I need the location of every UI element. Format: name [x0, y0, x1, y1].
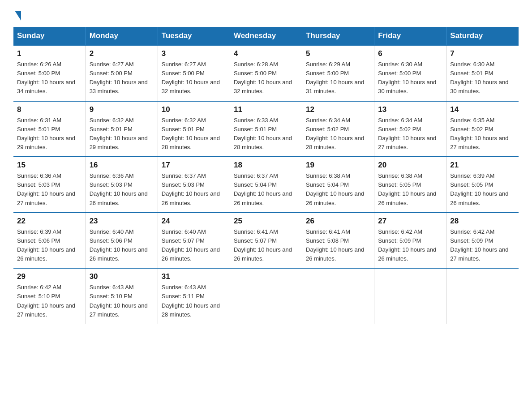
day-number: 20	[378, 161, 442, 170]
day-number: 6	[378, 49, 442, 58]
day-info: Sunrise: 6:34 AM Sunset: 5:02 PM Dayligh…	[378, 116, 442, 152]
calendar-header-wednesday: Wednesday	[230, 27, 302, 45]
calendar-cell: 5 Sunrise: 6:29 AM Sunset: 5:00 PM Dayli…	[302, 45, 374, 101]
calendar-cell: 2 Sunrise: 6:27 AM Sunset: 5:00 PM Dayli…	[86, 45, 158, 101]
day-number: 5	[306, 49, 370, 58]
day-number: 19	[306, 161, 370, 170]
day-number: 26	[306, 217, 370, 226]
calendar-week-row: 29 Sunrise: 6:42 AM Sunset: 5:10 PM Dayl…	[13, 268, 519, 324]
page-header	[13, 9, 519, 19]
calendar-week-row: 15 Sunrise: 6:36 AM Sunset: 5:03 PM Dayl…	[13, 157, 519, 213]
day-info: Sunrise: 6:42 AM Sunset: 5:09 PM Dayligh…	[378, 227, 442, 264]
day-info: Sunrise: 6:42 AM Sunset: 5:09 PM Dayligh…	[450, 227, 515, 264]
day-info: Sunrise: 6:27 AM Sunset: 5:00 PM Dayligh…	[90, 60, 154, 96]
calendar-cell: 12 Sunrise: 6:34 AM Sunset: 5:02 PM Dayl…	[302, 101, 374, 157]
calendar-cell: 1 Sunrise: 6:26 AM Sunset: 5:00 PM Dayli…	[13, 45, 86, 101]
day-info: Sunrise: 6:37 AM Sunset: 5:03 PM Dayligh…	[162, 171, 226, 208]
calendar-cell: 19 Sunrise: 6:38 AM Sunset: 5:04 PM Dayl…	[302, 157, 374, 213]
day-info: Sunrise: 6:32 AM Sunset: 5:01 PM Dayligh…	[162, 116, 226, 152]
day-info: Sunrise: 6:38 AM Sunset: 5:04 PM Dayligh…	[306, 171, 370, 208]
day-number: 13	[378, 105, 442, 114]
day-info: Sunrise: 6:39 AM Sunset: 5:05 PM Dayligh…	[450, 171, 515, 208]
day-number: 4	[234, 49, 298, 58]
calendar-header-friday: Friday	[374, 27, 446, 45]
calendar-cell: 13 Sunrise: 6:34 AM Sunset: 5:02 PM Dayl…	[374, 101, 446, 157]
day-number: 29	[17, 272, 82, 281]
day-number: 16	[90, 161, 154, 170]
day-number: 14	[450, 105, 515, 114]
day-info: Sunrise: 6:32 AM Sunset: 5:01 PM Dayligh…	[90, 116, 154, 152]
calendar-cell: 29 Sunrise: 6:42 AM Sunset: 5:10 PM Dayl…	[13, 268, 86, 324]
calendar-cell: 9 Sunrise: 6:32 AM Sunset: 5:01 PM Dayli…	[86, 101, 158, 157]
calendar-cell: 27 Sunrise: 6:42 AM Sunset: 5:09 PM Dayl…	[374, 213, 446, 269]
day-number: 22	[17, 217, 82, 226]
day-number: 9	[90, 105, 154, 114]
day-info: Sunrise: 6:31 AM Sunset: 5:01 PM Dayligh…	[17, 116, 82, 152]
calendar-cell: 22 Sunrise: 6:39 AM Sunset: 5:06 PM Dayl…	[13, 213, 86, 269]
calendar-cell: 24 Sunrise: 6:40 AM Sunset: 5:07 PM Dayl…	[158, 213, 230, 269]
calendar-cell	[446, 268, 519, 324]
calendar-header-monday: Monday	[86, 27, 158, 45]
day-info: Sunrise: 6:39 AM Sunset: 5:06 PM Dayligh…	[17, 227, 82, 264]
calendar-header-sunday: Sunday	[13, 27, 86, 45]
calendar-week-row: 22 Sunrise: 6:39 AM Sunset: 5:06 PM Dayl…	[13, 213, 519, 269]
calendar-cell	[230, 268, 302, 324]
calendar-header-row: SundayMondayTuesdayWednesdayThursdayFrid…	[13, 27, 519, 45]
day-number: 31	[162, 272, 226, 281]
day-info: Sunrise: 6:27 AM Sunset: 5:00 PM Dayligh…	[162, 60, 226, 96]
logo-triangle-icon	[15, 11, 21, 21]
calendar-week-row: 1 Sunrise: 6:26 AM Sunset: 5:00 PM Dayli…	[13, 45, 519, 101]
calendar-cell: 26 Sunrise: 6:41 AM Sunset: 5:08 PM Dayl…	[302, 213, 374, 269]
day-number: 10	[162, 105, 226, 114]
day-number: 18	[234, 161, 298, 170]
day-number: 7	[450, 49, 515, 58]
day-number: 28	[450, 217, 515, 226]
day-number: 8	[17, 105, 82, 114]
day-number: 25	[234, 217, 298, 226]
day-info: Sunrise: 6:42 AM Sunset: 5:10 PM Dayligh…	[17, 283, 82, 319]
day-info: Sunrise: 6:43 AM Sunset: 5:10 PM Dayligh…	[90, 283, 154, 319]
calendar-week-row: 8 Sunrise: 6:31 AM Sunset: 5:01 PM Dayli…	[13, 101, 519, 157]
calendar-cell: 20 Sunrise: 6:38 AM Sunset: 5:05 PM Dayl…	[374, 157, 446, 213]
day-number: 12	[306, 105, 370, 114]
day-number: 3	[162, 49, 226, 58]
day-info: Sunrise: 6:41 AM Sunset: 5:07 PM Dayligh…	[234, 227, 298, 264]
calendar-cell: 10 Sunrise: 6:32 AM Sunset: 5:01 PM Dayl…	[158, 101, 230, 157]
calendar-cell: 18 Sunrise: 6:37 AM Sunset: 5:04 PM Dayl…	[230, 157, 302, 213]
day-info: Sunrise: 6:29 AM Sunset: 5:00 PM Dayligh…	[306, 60, 370, 96]
calendar-cell: 15 Sunrise: 6:36 AM Sunset: 5:03 PM Dayl…	[13, 157, 86, 213]
calendar-cell: 4 Sunrise: 6:28 AM Sunset: 5:00 PM Dayli…	[230, 45, 302, 101]
day-number: 17	[162, 161, 226, 170]
day-info: Sunrise: 6:41 AM Sunset: 5:08 PM Dayligh…	[306, 227, 370, 264]
calendar-cell: 31 Sunrise: 6:43 AM Sunset: 5:11 PM Dayl…	[158, 268, 230, 324]
calendar-cell: 11 Sunrise: 6:33 AM Sunset: 5:01 PM Dayl…	[230, 101, 302, 157]
calendar-cell: 21 Sunrise: 6:39 AM Sunset: 5:05 PM Dayl…	[446, 157, 519, 213]
day-info: Sunrise: 6:30 AM Sunset: 5:00 PM Dayligh…	[378, 60, 442, 96]
day-info: Sunrise: 6:36 AM Sunset: 5:03 PM Dayligh…	[17, 171, 82, 208]
calendar-header-thursday: Thursday	[302, 27, 374, 45]
calendar-cell: 6 Sunrise: 6:30 AM Sunset: 5:00 PM Dayli…	[374, 45, 446, 101]
day-info: Sunrise: 6:34 AM Sunset: 5:02 PM Dayligh…	[306, 116, 370, 152]
day-info: Sunrise: 6:36 AM Sunset: 5:03 PM Dayligh…	[90, 171, 154, 208]
day-info: Sunrise: 6:38 AM Sunset: 5:05 PM Dayligh…	[378, 171, 442, 208]
day-info: Sunrise: 6:35 AM Sunset: 5:02 PM Dayligh…	[450, 116, 515, 152]
calendar-cell: 8 Sunrise: 6:31 AM Sunset: 5:01 PM Dayli…	[13, 101, 86, 157]
calendar-cell: 23 Sunrise: 6:40 AM Sunset: 5:06 PM Dayl…	[86, 213, 158, 269]
day-number: 2	[90, 49, 154, 58]
day-info: Sunrise: 6:40 AM Sunset: 5:07 PM Dayligh…	[162, 227, 226, 264]
calendar-header-tuesday: Tuesday	[158, 27, 230, 45]
calendar-cell: 17 Sunrise: 6:37 AM Sunset: 5:03 PM Dayl…	[158, 157, 230, 213]
day-info: Sunrise: 6:43 AM Sunset: 5:11 PM Dayligh…	[162, 283, 226, 319]
day-info: Sunrise: 6:30 AM Sunset: 5:01 PM Dayligh…	[450, 60, 515, 96]
day-number: 23	[90, 217, 154, 226]
calendar-cell: 25 Sunrise: 6:41 AM Sunset: 5:07 PM Dayl…	[230, 213, 302, 269]
calendar-cell: 16 Sunrise: 6:36 AM Sunset: 5:03 PM Dayl…	[86, 157, 158, 213]
calendar-cell	[302, 268, 374, 324]
day-info: Sunrise: 6:26 AM Sunset: 5:00 PM Dayligh…	[17, 60, 82, 96]
day-info: Sunrise: 6:28 AM Sunset: 5:00 PM Dayligh…	[234, 60, 298, 96]
calendar-cell: 3 Sunrise: 6:27 AM Sunset: 5:00 PM Dayli…	[158, 45, 230, 101]
calendar-cell: 28 Sunrise: 6:42 AM Sunset: 5:09 PM Dayl…	[446, 213, 519, 269]
calendar-cell	[374, 268, 446, 324]
calendar-cell: 7 Sunrise: 6:30 AM Sunset: 5:01 PM Dayli…	[446, 45, 519, 101]
day-number: 11	[234, 105, 298, 114]
